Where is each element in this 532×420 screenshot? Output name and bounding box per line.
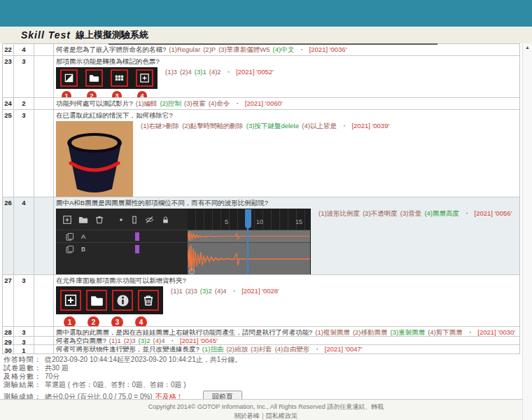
question-row-29: 29 3 何者為空白圖層?(1)1(2)3(3)2(4)4・[2021] '00… [3,337,519,345]
option-correct: (3)2 [200,287,212,295]
question-ref: [2021] '0039' [351,122,389,130]
answer-cell: 4 [14,44,34,55]
lock-icon [161,215,170,225]
ruler-number: 5 [225,218,228,225]
question-row-25: 25 3 在已選取此紅線的情況下，如何移除它? (1)右鍵>刪除(2)點擊時間軸… [3,110,519,197]
add-icon [64,294,77,307]
folder-icon [89,73,99,83]
toolbar-screenshot [56,67,158,89]
waveform-b [188,243,310,274]
option: (4)剪下圖層 [428,328,463,336]
question-ref: [2021] '0047' [325,345,363,353]
spacer-cell [34,345,54,354]
row-number-cell: 25 [3,110,14,197]
row-number-cell: 28 [3,327,14,336]
question-text: 何者為空白圖層? [56,337,106,344]
page-footer: Copyright 2014© GOTOP Information, Inc.,… [0,399,532,420]
outline-box-icon [131,215,138,225]
question-cell: 何者是您為了嵌入字體所命名的名稱?(1)Regular(2)P(3)華康新儷體W… [54,44,519,55]
option: (2)縮放 [226,345,248,353]
option: (1)右鍵>刪除 [141,122,179,130]
option: (2)3 [186,287,197,295]
option: (1)編輯 [136,99,158,107]
summary-value: 70分 [45,372,59,380]
spacer-cell [34,197,54,274]
answer-cell: 3 [14,56,34,97]
summary-line-result: 測驗結果：單選題 ( 作答：0題、答對：0題、答錯：0題 ) [4,381,514,389]
option: (2)點擊時間軸的刪除 [182,122,244,130]
spacer-cell [34,110,54,197]
question-text: 何者是您為了嵌入字體所命名的名稱? [56,46,166,53]
privacy-link[interactable]: 隱私權政策 [266,412,298,419]
option: (1)複製圖層 [315,328,350,336]
summary-line-count: 試卷題數：共30 題 [4,364,514,372]
question-ref: [2021] '0056' [475,209,512,217]
question-ref: [2021] '0045' [180,337,218,344]
option: (4)4 [153,337,165,344]
spacer-cell [34,44,54,55]
trash-icon [142,294,155,307]
option: (1)1 [109,337,121,344]
ruler-number: 10 [256,218,263,225]
separator: ・ [231,287,238,295]
question-table: 22 4 何者是您為了嵌入字體所命名的名稱?(1)Regular(2)P(3)華… [2,43,520,354]
separator: ・ [341,122,348,130]
answer-cell: 3 [14,327,34,336]
option: (2)4 [180,68,192,76]
option: (1)1 [171,287,183,295]
badge-1: 1 [64,316,76,326]
spacer-cell [34,327,54,336]
option: (3)封套 [251,345,272,353]
answer-cell: 1 [14,345,34,354]
folder-icon [90,294,104,307]
title-bar: Skill Test 線上模擬測驗系統 [0,27,532,43]
brand-logo: Skill Test [21,29,71,41]
option-correct: (3)2 [139,337,150,344]
answer-cell: 3 [14,337,34,344]
info-icon [116,294,130,307]
scrollbar-track[interactable]: ▲ [522,43,532,420]
playhead-marker [245,209,251,228]
summary-value: 單選題 ( 作答：0題、答對：0題、答錯：0題 ) [45,381,186,388]
previous-row-image-edge [108,43,438,45]
about-link[interactable]: 關於碁峰 [234,412,260,419]
question-text: 功能列何處可以測試影片? [56,99,133,107]
summary-label: 及格分數： [4,372,42,380]
scroll-up-arrow-icon[interactable]: ▲ [523,43,532,52]
bucket-illustration [56,121,133,197]
question-cell: 那項圖示功能是轉換為標記的色票? [54,56,519,97]
badge-3: 3 [111,316,123,326]
question-row-30: 30 1 何者可將形狀物件進行變形，並只改變邊緣長度?(1)扭曲(2)縮放(3)… [3,345,519,354]
choice-box-1 [60,290,81,311]
question-text: 圖中選取的此圖層，是因在吉娃娃圖層上右鍵執行功能而產生，請問是執行了何者功能? [56,328,312,336]
trash-icon [94,215,104,225]
top-banner [0,0,532,27]
layer-page-icon [65,232,74,241]
row-number-cell: 27 [3,275,14,326]
new-layer-icon [62,215,72,225]
layer-row-a: A [57,230,188,243]
question-row-27: 27 3 在元件庫面板那項圖示功能可以新增資料夾? [3,275,519,327]
answer-cell: 3 [14,275,34,326]
option: (3)華康新儷體W5 [218,46,270,53]
add-icon [139,73,150,83]
layer-row-b: B [57,243,188,274]
dot-icon [118,215,125,225]
separator: ・ [225,68,232,76]
choice-box-2 [85,69,103,87]
answer-cell: 4 [14,197,34,274]
choice-box-1 [60,69,78,87]
folder-icon [78,215,88,225]
badge-4: 4 [137,91,147,97]
row-number-cell: 30 [3,345,14,354]
spacer-cell [34,337,54,344]
summary-value: 共30 題 [45,364,69,372]
layer-name: A [81,233,85,240]
question-cell: 功能列何處可以測試影片?(1)編輯(2)控制(3)視窗(4)命令・[2021] … [54,98,519,109]
clip-handle-icon [189,269,195,274]
option: (4)以上皆是 [302,122,337,130]
separator: ・ [234,99,241,107]
option-correct: (3)按下鍵盤delete [246,122,300,130]
option: (1)3 [165,68,177,76]
question-row-24: 24 2 功能列何處可以測試影片?(1)編輯(2)控制(3)視窗(4)命令・[2… [3,98,519,110]
